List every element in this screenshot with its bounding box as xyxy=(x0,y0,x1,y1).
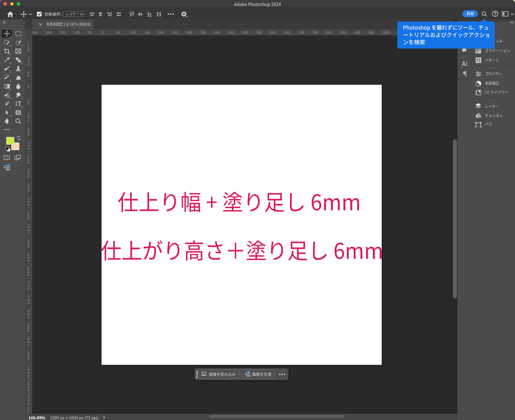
svg-text:0: 0 xyxy=(27,231,29,235)
svg-text:200: 200 xyxy=(46,31,52,34)
svg-text:0: 0 xyxy=(27,85,29,89)
svg-text:150: 150 xyxy=(144,31,150,34)
svg-text:0: 0 xyxy=(27,329,29,333)
svg-text:0: 0 xyxy=(27,343,29,347)
svg-text:150: 150 xyxy=(60,31,66,34)
svg-text:0: 0 xyxy=(27,217,29,221)
svg-text:0: 0 xyxy=(27,63,29,66)
svg-text:600: 600 xyxy=(271,31,276,34)
svg-text:0: 0 xyxy=(27,259,29,263)
svg-text:0: 0 xyxy=(27,357,29,361)
svg-text:100: 100 xyxy=(130,31,136,34)
svg-text:0: 0 xyxy=(27,147,29,150)
svg-text:750: 750 xyxy=(313,31,318,34)
svg-text:400: 400 xyxy=(214,31,220,34)
svg-text:450: 450 xyxy=(228,31,234,34)
svg-text:0: 0 xyxy=(27,102,29,106)
svg-text:50: 50 xyxy=(88,31,92,34)
svg-text:200: 200 xyxy=(159,31,164,34)
svg-text:250: 250 xyxy=(172,31,178,34)
svg-text:650: 650 xyxy=(285,31,290,34)
svg-text:0: 0 xyxy=(27,189,29,193)
svg-text:0: 0 xyxy=(27,133,29,137)
svg-text:0: 0 xyxy=(27,175,29,179)
svg-text:0: 0 xyxy=(27,388,29,392)
svg-text:900: 900 xyxy=(355,31,360,34)
svg-text:350: 350 xyxy=(201,31,206,34)
svg-text:950: 950 xyxy=(369,31,374,34)
svg-text:0: 0 xyxy=(27,301,29,305)
svg-text:700: 700 xyxy=(298,31,304,34)
svg-text:0: 0 xyxy=(27,161,29,165)
svg-text:0: 0 xyxy=(27,245,29,249)
svg-text:0: 0 xyxy=(27,287,29,291)
svg-text:0: 0 xyxy=(27,273,29,277)
svg-text:250: 250 xyxy=(32,31,38,34)
svg-text:500: 500 xyxy=(243,31,248,34)
svg-text:850: 850 xyxy=(340,31,346,34)
svg-text:0: 0 xyxy=(27,119,29,123)
svg-text:0: 0 xyxy=(27,49,29,53)
svg-text:100: 100 xyxy=(74,31,80,34)
svg-text:800: 800 xyxy=(327,31,332,34)
svg-text:0: 0 xyxy=(27,315,29,319)
svg-text:50: 50 xyxy=(116,31,120,34)
svg-text:0: 0 xyxy=(27,374,29,378)
svg-text:0: 0 xyxy=(27,402,29,406)
svg-text:0: 0 xyxy=(27,74,29,77)
svg-text:0: 0 xyxy=(27,203,29,207)
svg-text:1000: 1000 xyxy=(383,31,390,34)
svg-text:300: 300 xyxy=(186,31,192,34)
svg-text:550: 550 xyxy=(256,31,262,34)
svg-text:0: 0 xyxy=(102,31,104,34)
